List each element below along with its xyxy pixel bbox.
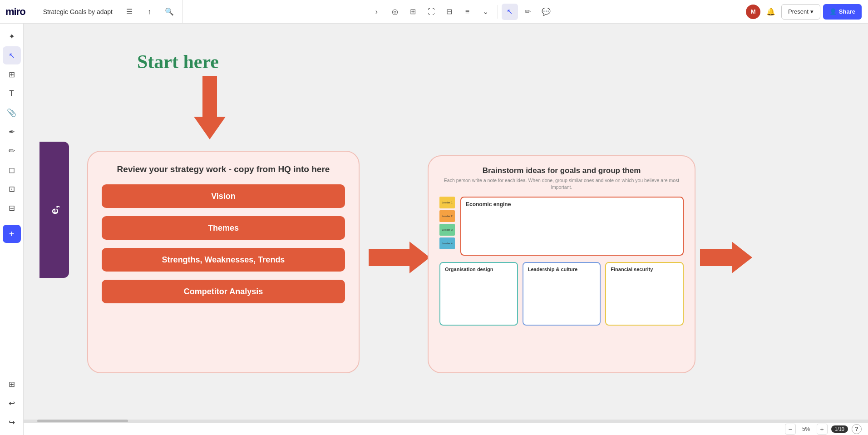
sticky-note-1: Leader 1: [439, 197, 455, 208]
arrow-shape-mid: [369, 242, 430, 273]
left-box-title: Review your strategy work - copy from HQ…: [117, 164, 330, 174]
screen-icon[interactable]: ⊞: [405, 4, 421, 20]
arrow-head-mid: [409, 242, 430, 273]
themes-button[interactable]: Themes: [102, 216, 345, 240]
bottombar: − 5% + 1/10 ?: [24, 422, 868, 435]
leadership-card: Leadership & culture: [523, 262, 601, 326]
strengths-button[interactable]: Strengths, Weaknesses, Trends: [102, 248, 345, 272]
menu-button[interactable]: ☰: [122, 4, 137, 20]
pencil-tool-icon[interactable]: ✏: [3, 142, 21, 160]
arrow-head: [194, 117, 226, 139]
pen-tool-icon[interactable]: ✒: [3, 123, 21, 141]
financial-label: Financial security: [611, 267, 678, 272]
export-button[interactable]: ↑: [142, 4, 157, 20]
arrow-shaft: [202, 76, 217, 117]
zoom-level: 5%: [799, 426, 813, 432]
timer-icon[interactable]: ◎: [387, 4, 403, 20]
right-box-title: Brainstorm ideas for goals and group the…: [439, 166, 684, 175]
notifications-icon[interactable]: 🔔: [763, 4, 779, 20]
left-box: Review your strategy work - copy from HQ…: [87, 151, 360, 373]
avatar: M: [746, 5, 760, 19]
sidebar-separator: [5, 220, 19, 220]
arrow-shape-far: [700, 242, 752, 273]
sidebar: ✦ ↖ ⊞ T 📎 ✒ ✏ ◻ ⊡ ⊟ + ⊞ ↩ ↪: [0, 24, 24, 435]
canvas: e, Start here Review your strategy work …: [24, 24, 868, 422]
competitor-button[interactable]: Competitor Analysis: [102, 280, 345, 303]
right-box-upper: Leader 1 Leader 2 Leader 3 Leader 4 Econ…: [439, 197, 684, 256]
add-content-button[interactable]: +: [3, 225, 21, 243]
library-icon[interactable]: ⊟: [3, 199, 21, 217]
shapes-tool-icon[interactable]: ◻: [3, 161, 21, 179]
right-box-subtitle: Each person write a note for each idea. …: [439, 177, 684, 190]
separator: [32, 5, 32, 19]
topbar-right: M 🔔 Present ▾ 👤 Share: [740, 4, 868, 20]
purple-panel: e,: [39, 142, 69, 278]
board-title[interactable]: Strategic Goals by adapt: [39, 8, 117, 15]
annotate-icon[interactable]: ✏: [520, 4, 536, 20]
sticky-note-2: Leader 2: [439, 210, 455, 222]
comment-icon[interactable]: 💬: [538, 4, 554, 20]
list-view-icon[interactable]: ≡: [459, 4, 476, 20]
right-arrow-far: [700, 242, 752, 273]
right-box-lower: Organisation design Leadership & culture…: [439, 262, 684, 326]
leadership-label: Leadership & culture: [528, 267, 596, 272]
arrow-shaft-far: [700, 249, 732, 266]
vision-button[interactable]: Vision: [102, 184, 345, 208]
settings-icon[interactable]: ⊞: [3, 375, 21, 393]
ai-assistant-icon[interactable]: ✦: [3, 27, 21, 45]
undo-icon[interactable]: ↩: [3, 394, 21, 412]
sticky-tool-icon[interactable]: 📎: [3, 104, 21, 122]
text-tool-icon[interactable]: T: [3, 84, 21, 103]
share-button[interactable]: 👤 Share: [823, 4, 862, 20]
topbar-center: › ◎ ⊞ ⛶ ⊟ ≡ ⌄ ↖ ✏ 💬: [183, 4, 740, 20]
frames-icon[interactable]: ⊟: [441, 4, 458, 20]
financial-card: Financial security: [605, 262, 684, 326]
logo-area: miro Strategic Goals by adapt ☰ ↑ 🔍: [0, 0, 183, 23]
start-here-text: Start here: [137, 51, 219, 73]
more-tools-icon[interactable]: ⌄: [478, 4, 494, 20]
frame-tool-icon[interactable]: ⊡: [3, 180, 21, 198]
cursor-tool-icon[interactable]: ↖: [3, 46, 21, 64]
zoom-in-button[interactable]: +: [817, 424, 828, 435]
economic-engine-label: Economic engine: [466, 201, 678, 208]
select-tool-icon[interactable]: ↖: [502, 4, 518, 20]
content-area: e, Start here Review your strategy work …: [60, 51, 786, 422]
present-button[interactable]: Present ▾: [781, 4, 820, 20]
right-box: Brainstorm ideas for goals and group the…: [428, 155, 695, 373]
organisation-label: Organisation design: [445, 267, 513, 272]
arrow-head-far: [732, 242, 752, 273]
zoom-out-button[interactable]: −: [785, 424, 796, 435]
help-button[interactable]: ?: [852, 424, 862, 434]
organisation-card: Organisation design: [439, 262, 518, 326]
share-icon: 👤: [829, 8, 837, 15]
page-count: 1/10: [831, 425, 848, 433]
sticky-note-3: Leader 3: [439, 224, 455, 236]
arrow-shaft-mid: [369, 249, 409, 266]
expand-icon[interactable]: ›: [369, 4, 385, 20]
fullscreen-icon[interactable]: ⛶: [423, 4, 439, 20]
sticky-note-4: Leader 4: [439, 237, 455, 249]
economic-engine-card: Economic engine: [460, 197, 684, 256]
separator2: [498, 5, 498, 19]
purple-label: e,: [44, 202, 64, 218]
search-button[interactable]: 🔍: [162, 4, 177, 20]
table-tool-icon[interactable]: ⊞: [3, 65, 21, 84]
right-arrow-mid: [369, 242, 430, 273]
sticky-notes-col: Leader 1 Leader 2 Leader 3 Leader 4: [439, 197, 456, 256]
redo-icon[interactable]: ↪: [3, 413, 21, 431]
miro-logo: miro: [5, 6, 25, 18]
